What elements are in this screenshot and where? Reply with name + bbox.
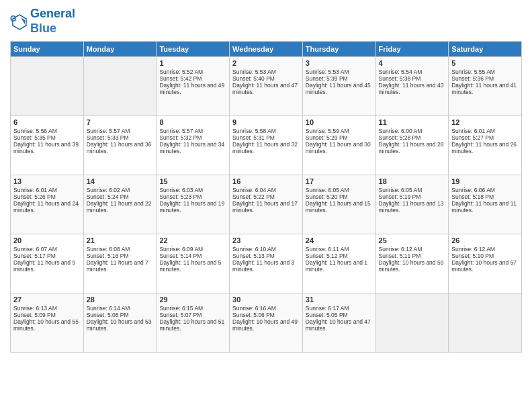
- day-number: 24: [306, 236, 373, 244]
- daylight: Daylight: 10 hours and 57 minutes.: [451, 259, 517, 273]
- sunrise: Sunrise: 6:01 AM: [13, 187, 57, 193]
- calendar-cell: 28 Sunrise: 6:14 AM Sunset: 5:08 PM Dayl…: [83, 293, 157, 353]
- calendar-cell: 17 Sunrise: 6:05 AM Sunset: 5:20 PM Dayl…: [302, 175, 375, 234]
- daylight: Daylight: 11 hours and 45 minutes.: [306, 82, 371, 95]
- day-number: 17: [306, 177, 373, 185]
- day-number: 28: [87, 295, 154, 304]
- sunrise: Sunrise: 6:12 AM: [379, 246, 423, 253]
- sunset: Sunset: 5:26 PM: [13, 193, 56, 200]
- day-number: 23: [232, 236, 300, 244]
- daylight: Daylight: 11 hours and 7 minutes.: [87, 259, 148, 273]
- day-number: 30: [232, 295, 300, 304]
- sunrise: Sunrise: 6:11 AM: [306, 246, 349, 253]
- day-number: 7: [87, 118, 154, 126]
- daylight: Daylight: 11 hours and 5 minutes.: [159, 259, 221, 273]
- logo-text: General Blue: [30, 7, 75, 36]
- calendar-cell: 20 Sunrise: 6:07 AM Sunset: 5:17 PM Dayl…: [11, 234, 84, 293]
- day-number: 14: [87, 177, 154, 185]
- sunrise: Sunrise: 6:12 AM: [451, 246, 495, 253]
- sunset: Sunset: 5:18 PM: [451, 193, 494, 200]
- sunset: Sunset: 5:17 PM: [13, 253, 56, 259]
- calendar-cell: 19 Sunrise: 6:06 AM Sunset: 5:18 PM Dayl…: [449, 175, 522, 234]
- calendar-cell: 1 Sunrise: 5:52 AM Sunset: 5:42 PM Dayli…: [157, 57, 230, 116]
- sunrise: Sunrise: 5:57 AM: [159, 128, 203, 134]
- day-number: 2: [232, 59, 300, 67]
- sunset: Sunset: 5:16 PM: [87, 253, 129, 259]
- sunset: Sunset: 5:32 PM: [159, 134, 202, 141]
- sunrise: Sunrise: 5:57 AM: [87, 128, 130, 134]
- daylight: Daylight: 11 hours and 41 minutes.: [451, 82, 517, 95]
- daylight: Daylight: 11 hours and 43 minutes.: [379, 82, 444, 95]
- daylight: Daylight: 11 hours and 19 minutes.: [159, 200, 224, 214]
- daylight: Daylight: 11 hours and 28 minutes.: [379, 141, 444, 154]
- sunrise: Sunrise: 5:53 AM: [232, 68, 276, 75]
- sunrise: Sunrise: 6:17 AM: [306, 305, 349, 312]
- calendar-cell: 6 Sunrise: 5:56 AM Sunset: 5:35 PM Dayli…: [11, 116, 84, 175]
- day-number: 21: [87, 236, 154, 244]
- sunrise: Sunrise: 5:55 AM: [451, 68, 495, 75]
- day-number: 9: [232, 118, 300, 126]
- sunrise: Sunrise: 5:59 AM: [306, 128, 349, 134]
- calendar-cell: 5 Sunrise: 5:55 AM Sunset: 5:36 PM Dayli…: [449, 57, 522, 116]
- svg-marker-2: [21, 17, 25, 24]
- sunset: Sunset: 5:39 PM: [306, 75, 348, 82]
- sunrise: Sunrise: 6:13 AM: [13, 305, 57, 312]
- calendar-cell: [11, 57, 84, 116]
- sunset: Sunset: 5:19 PM: [379, 193, 421, 200]
- calendar-cell: 8 Sunrise: 5:57 AM Sunset: 5:32 PM Dayli…: [157, 116, 230, 175]
- daylight: Daylight: 11 hours and 15 minutes.: [306, 200, 371, 214]
- daylight: Daylight: 11 hours and 13 minutes.: [379, 200, 444, 214]
- day-number: 18: [379, 177, 446, 185]
- day-number: 13: [13, 177, 81, 185]
- sunrise: Sunrise: 5:58 AM: [232, 128, 276, 134]
- sunset: Sunset: 5:20 PM: [306, 193, 348, 200]
- sunrise: Sunrise: 5:52 AM: [159, 68, 203, 75]
- calendar-cell: 24 Sunrise: 6:11 AM Sunset: 5:12 PM Dayl…: [302, 234, 375, 293]
- calendar-cell: 14 Sunrise: 6:02 AM Sunset: 5:24 PM Dayl…: [83, 175, 157, 234]
- calendar-cell: 16 Sunrise: 6:04 AM Sunset: 5:22 PM Dayl…: [230, 175, 303, 234]
- daylight: Daylight: 10 hours and 59 minutes.: [379, 259, 444, 273]
- day-number: 22: [159, 236, 226, 244]
- calendar-cell: [375, 293, 449, 353]
- daylight: Daylight: 11 hours and 22 minutes.: [87, 200, 152, 214]
- day-number: 26: [451, 236, 519, 244]
- sunrise: Sunrise: 6:06 AM: [451, 187, 495, 193]
- day-number: 3: [306, 59, 373, 67]
- calendar-cell: 23 Sunrise: 6:10 AM Sunset: 5:13 PM Dayl…: [230, 234, 303, 293]
- day-number: 15: [159, 177, 226, 185]
- sunset: Sunset: 5:12 PM: [306, 253, 348, 259]
- day-number: 4: [379, 59, 446, 67]
- weekday-header-tuesday: Tuesday: [157, 42, 230, 57]
- sunrise: Sunrise: 6:00 AM: [379, 128, 423, 134]
- calendar-cell: [83, 57, 157, 116]
- daylight: Daylight: 11 hours and 36 minutes.: [87, 141, 152, 154]
- sunset: Sunset: 5:23 PM: [159, 193, 202, 200]
- day-number: 25: [379, 236, 446, 244]
- calendar-cell: [449, 293, 522, 353]
- daylight: Daylight: 11 hours and 34 minutes.: [159, 141, 224, 154]
- sunset: Sunset: 5:31 PM: [232, 134, 275, 141]
- daylight: Daylight: 11 hours and 26 minutes.: [451, 141, 517, 154]
- day-number: 27: [13, 295, 81, 304]
- logo: G General Blue: [10, 7, 75, 36]
- calendar-cell: 13 Sunrise: 6:01 AM Sunset: 5:26 PM Dayl…: [11, 175, 84, 234]
- calendar-cell: 18 Sunrise: 6:05 AM Sunset: 5:19 PM Dayl…: [375, 175, 449, 234]
- calendar-cell: 31 Sunrise: 6:17 AM Sunset: 5:05 PM Dayl…: [302, 293, 375, 353]
- sunrise: Sunrise: 6:02 AM: [87, 187, 130, 193]
- sunrise: Sunrise: 5:54 AM: [379, 68, 423, 75]
- day-number: 10: [306, 118, 373, 126]
- daylight: Daylight: 11 hours and 3 minutes.: [232, 259, 294, 273]
- weekday-header-friday: Friday: [375, 42, 449, 57]
- calendar-cell: 11 Sunrise: 6:00 AM Sunset: 5:28 PM Dayl…: [375, 116, 449, 175]
- weekday-header-wednesday: Wednesday: [230, 42, 303, 57]
- sunset: Sunset: 5:13 PM: [232, 253, 275, 259]
- weekday-header-thursday: Thursday: [302, 42, 375, 57]
- calendar-cell: 3 Sunrise: 5:53 AM Sunset: 5:39 PM Dayli…: [302, 57, 375, 116]
- day-number: 6: [13, 118, 81, 126]
- daylight: Daylight: 10 hours and 55 minutes.: [13, 318, 79, 332]
- sunrise: Sunrise: 6:07 AM: [13, 246, 57, 253]
- weekday-header-sunday: Sunday: [11, 42, 84, 57]
- sunset: Sunset: 5:05 PM: [306, 312, 348, 318]
- sunset: Sunset: 5:08 PM: [87, 312, 129, 318]
- sunrise: Sunrise: 6:04 AM: [232, 187, 276, 193]
